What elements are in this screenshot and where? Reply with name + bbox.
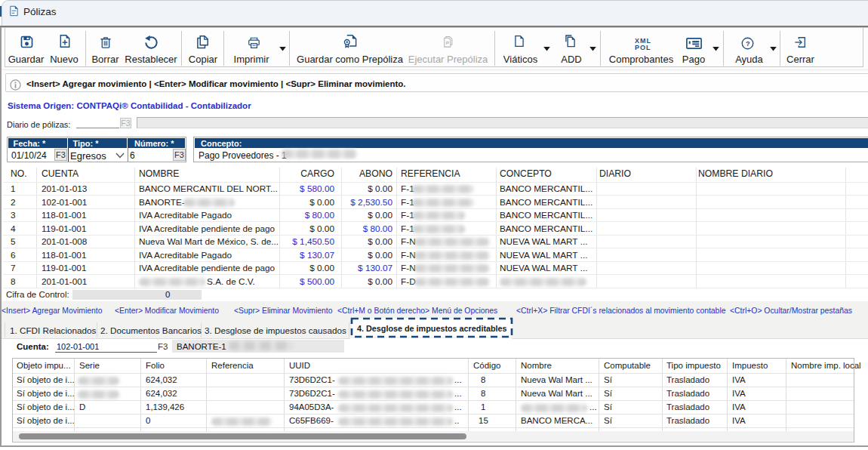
svg-text:?: ? [746,40,750,48]
svg-text:P: P [446,40,449,45]
